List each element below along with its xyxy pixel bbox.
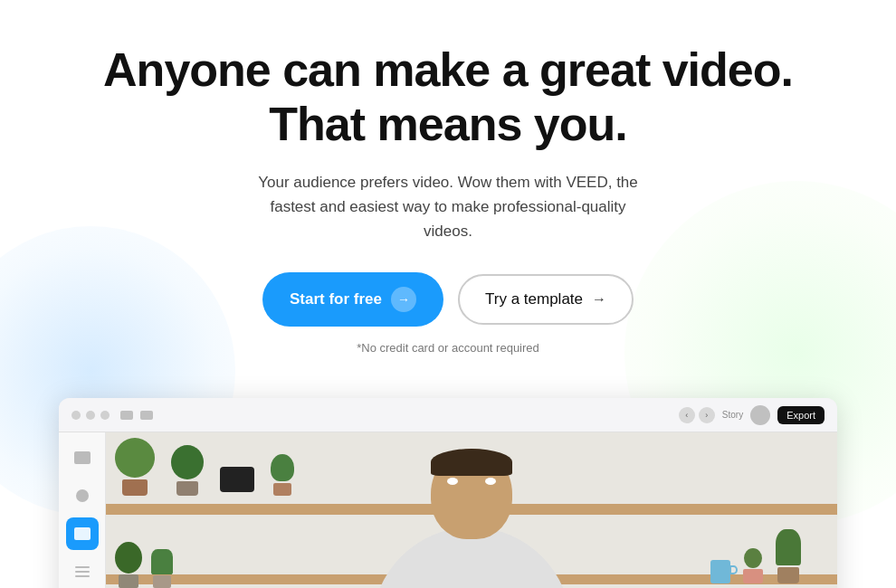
no-credit-card-text: *No credit card or account required [0,341,896,355]
pink-pot-base [743,569,763,583]
right-eye [485,478,496,485]
upper-shelf-plants [115,438,294,496]
sidebar-line-3 [75,575,90,577]
plant-1 [115,438,155,496]
sidebar-icon-shape-3 [74,527,91,540]
camera-item [220,467,254,492]
chrome-arrow-back[interactable]: ‹ [679,407,695,423]
sidebar-line-2 [75,571,90,573]
chrome-dots [71,411,110,420]
mug [710,560,730,583]
sidebar-icon-4[interactable] [66,555,99,588]
chrome-story-label: Story [722,410,743,420]
hero-title: Anyone can make a great video. That mean… [0,43,896,152]
tall-plant-leaves [776,529,801,565]
lower-plant-2 [151,549,173,588]
try-template-button[interactable]: Try a template → [458,274,634,325]
plant-2-pot [176,481,198,496]
hero-subtitle: Your audience prefers video. Wow them wi… [249,170,647,244]
plant-1-leaves [115,438,155,478]
video-scene: VEED.IO RECORDING [106,432,837,588]
sidebar-icon-circle [76,489,89,502]
hero-section: Anyone can make a great video. That mean… [0,0,896,398]
lower-plant-1 [115,542,142,588]
chrome-dot-2 [86,411,95,420]
tall-plant-pot [777,567,799,583]
chrome-icon-bar-1 [120,411,133,420]
sidebar-icon-1[interactable] [66,441,99,474]
sidebar-line-1 [75,566,90,568]
app-preview-wrapper: ‹ › Story Export [0,398,896,588]
chrome-dot-1 [71,411,81,420]
tall-plant [776,529,801,583]
app-sidebar [59,432,106,588]
chrome-nav-arrows: ‹ › [679,407,715,423]
video-main-area: VEED.IO RECORDING [106,432,837,588]
pink-pot [743,548,763,583]
sidebar-icon-3-active[interactable] [66,517,99,550]
start-for-free-button[interactable]: Start for free → [262,272,443,327]
chrome-sidebar-icons [120,411,153,420]
chrome-user-avatar [750,405,770,425]
plant-3-leaves [271,454,294,481]
chrome-dot-3 [100,411,110,420]
plant-2 [171,445,204,496]
primary-arrow-icon: → [391,287,416,312]
chrome-arrow-forward[interactable]: › [699,407,715,423]
chrome-right: ‹ › Story Export [679,405,825,425]
mug-handle [729,565,738,574]
plant-1-pot [122,479,148,496]
chrome-left [71,411,153,420]
sidebar-icon-2[interactable] [66,479,99,512]
person-hair [431,449,512,476]
cta-buttons: Start for free → Try a template → [0,272,896,327]
sidebar-icon-lines [75,566,90,577]
plant-3 [271,454,294,496]
app-body: VEED.IO RECORDING [59,432,837,588]
chrome-icon-bar-2 [140,411,153,420]
person-head [431,449,512,539]
sidebar-icon-shape-1 [74,451,91,464]
lower-left-plants [115,542,173,588]
app-preview: ‹ › Story Export [59,398,837,588]
lower-shelf-items [710,529,801,583]
plant-2-leaves [171,445,204,479]
app-chrome-bar: ‹ › Story Export [59,398,837,432]
plant-3-pot [273,483,291,496]
pink-pot-leaves [744,548,762,568]
secondary-arrow-icon: → [592,291,606,308]
export-button[interactable]: Export [777,406,825,424]
left-eye [447,478,458,485]
